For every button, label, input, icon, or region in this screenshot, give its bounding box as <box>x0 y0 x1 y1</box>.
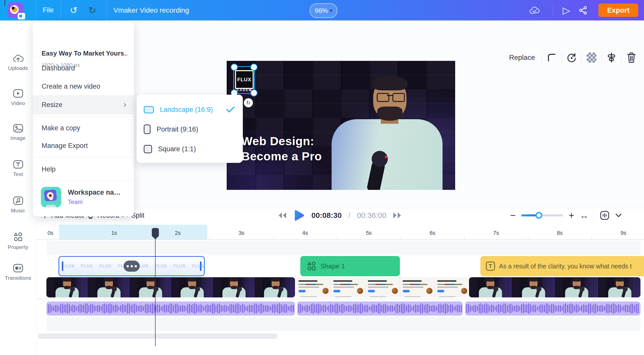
align-center-icon[interactable] <box>602 49 621 66</box>
current-time: 00:08:30 <box>311 211 342 220</box>
chevron-down-icon: ▾ <box>330 8 332 13</box>
workspace-item[interactable]: Workspace na… Team <box>41 187 121 207</box>
transitions-icon <box>13 264 23 272</box>
menu-item-make-a-copy[interactable]: Make a copy <box>33 120 134 136</box>
text-icon: T <box>486 262 495 271</box>
preview-play-icon[interactable]: ▷ <box>559 0 573 20</box>
selection-box[interactable] <box>233 66 255 94</box>
replace-button[interactable]: Replace <box>503 54 542 62</box>
menu-item-manage-export[interactable]: Manage Export <box>33 138 134 154</box>
fit-timeline-icon[interactable]: ↔ <box>580 211 588 220</box>
workspace-avatar <box>41 187 61 207</box>
rotate-handle[interactable]: ↻ <box>244 98 253 107</box>
transparency-icon[interactable] <box>582 49 601 66</box>
top-bar: File ↺ ↻ Vmaker Video recording 96% ▾ ▷ … <box>0 0 644 20</box>
delete-icon[interactable] <box>622 49 641 66</box>
landscape-ratio-icon <box>144 106 154 113</box>
resize-handle-nw[interactable] <box>231 64 238 71</box>
play-button[interactable] <box>293 209 305 222</box>
sidebar-item-music[interactable]: Music <box>0 196 36 214</box>
timeline-ruler[interactable]: 0s1s2s3s4s5s6s7s8s9s <box>36 224 644 240</box>
clip-options-icon[interactable] <box>124 261 140 272</box>
ruler-label: 5s <box>361 230 376 236</box>
timeline-zoom-controls: − + ↔ <box>510 208 622 223</box>
vmaker-logo[interactable] <box>8 2 23 18</box>
playhead-line <box>155 239 156 346</box>
video-clip-2[interactable] <box>296 277 468 297</box>
trim-handle-left[interactable] <box>62 261 63 271</box>
empty-track-top <box>46 241 640 255</box>
track-height-icon[interactable] <box>600 210 610 220</box>
ruler-label: 7s <box>489 230 504 236</box>
zoom-in-icon[interactable]: + <box>569 211 574 220</box>
timeline-zoom-slider[interactable] <box>521 214 563 216</box>
cloud-check-icon[interactable] <box>528 0 542 20</box>
export-button[interactable]: Export <box>598 4 638 17</box>
rotate-icon[interactable] <box>562 49 581 66</box>
menu-item-create-a-new-video[interactable]: Create a new video <box>33 78 134 94</box>
audio-waveform <box>297 301 463 316</box>
collapse-timeline-icon[interactable] <box>615 213 622 218</box>
resize-handle-se[interactable] <box>250 89 257 96</box>
menu-item-dashboard[interactable]: Dashboard <box>33 60 134 76</box>
shapes-icon <box>307 261 316 271</box>
check-icon <box>226 106 235 113</box>
sidebar-item-uploads[interactable]: Uploads <box>0 54 36 71</box>
video-preview[interactable]: Web Design: Become a Pro FLUX CADEM ↻ <box>227 61 455 190</box>
ruler-label: 2s <box>170 230 185 236</box>
fast-forward-icon[interactable] <box>393 212 401 219</box>
total-duration: 00:36:00 <box>357 211 386 220</box>
shapes-icon <box>13 232 23 242</box>
document-name: Easy Way To Market Yours… <box>42 49 127 57</box>
corner-radius-icon[interactable] <box>542 49 562 66</box>
slider-knob[interactable] <box>535 212 542 219</box>
sidebar-item-property[interactable]: Property <box>0 232 36 250</box>
audio-waveform <box>465 301 640 316</box>
vmaker-editor: File ↺ ↻ Vmaker Video recording 96% ▾ ▷ … <box>0 0 644 355</box>
audio-clip-2[interactable] <box>297 301 463 316</box>
portrait-ratio-icon <box>144 124 151 134</box>
video-clip-3[interactable] <box>469 277 640 297</box>
video-icon <box>13 89 23 98</box>
ruler-label: 3s <box>234 230 249 236</box>
presenter <box>329 79 448 190</box>
video-clip-1[interactable] <box>46 277 295 297</box>
trim-handle-right[interactable] <box>200 261 201 271</box>
menu-item-help[interactable]: Help <box>33 161 134 177</box>
sidebar-item-text[interactable]: Text <box>0 160 36 177</box>
sidebar-item-transitions[interactable]: Transitions <box>0 264 36 281</box>
asset-sidebar: UploadsVideoImageTextMusicPropertyTransi… <box>0 20 36 355</box>
zoom-out-icon[interactable]: − <box>510 211 516 220</box>
timeline-scrollbar[interactable] <box>38 334 277 339</box>
share-icon[interactable] <box>576 0 590 20</box>
project-title[interactable]: Vmaker Video recording <box>113 0 189 20</box>
ruler-label: 8s <box>552 230 567 236</box>
empty-track-bottom <box>46 317 640 331</box>
resize-submenu: Landscape (16:9)Portrait (9:16)Square (1… <box>137 95 243 163</box>
image-icon <box>13 124 23 133</box>
text-clip[interactable]: T As a result of the clarity, you know w… <box>480 256 644 276</box>
audio-clip-1[interactable] <box>46 301 295 316</box>
resize-handle-ne[interactable] <box>250 64 257 71</box>
audio-waveform <box>46 301 295 316</box>
logo-clip-selected[interactable]: FLUXFLUXFLUXFLUXFLUXFLUXFLUXFLUX <box>58 256 205 276</box>
chevron-right-icon: › <box>124 99 126 109</box>
sidebar-item-video[interactable]: Video <box>0 89 36 106</box>
menu-item-resize[interactable]: Resize› <box>33 95 134 115</box>
timeline-panel: Add Media Record ✂ Split 00:08:30 / <box>36 208 644 355</box>
resize-option-landscape-16-9[interactable]: Landscape (16:9) <box>137 100 243 119</box>
resize-option-square-1-1[interactable]: Square (1:1) <box>137 139 243 159</box>
audio-clip-3[interactable] <box>465 301 640 316</box>
ruler-label: 4s <box>298 230 313 236</box>
sidebar-item-image[interactable]: Image <box>0 124 36 141</box>
undo-icon[interactable]: ↺ <box>66 0 81 20</box>
file-menu: Easy Way To Market Yours… 1920 × 1080 px… <box>33 21 134 216</box>
resize-option-portrait-9-16[interactable]: Portrait (9:16) <box>137 119 243 139</box>
transport-controls: 00:08:30 / 00:36:00 <box>278 208 401 223</box>
file-menu-button[interactable]: File <box>39 0 57 20</box>
shape-clip[interactable]: Shape 1 <box>300 256 400 276</box>
logo-antenna-icon <box>5 0 8 6</box>
rewind-icon[interactable] <box>278 212 287 219</box>
zoom-level-dropdown[interactable]: 96% ▾ <box>310 3 337 18</box>
redo-icon[interactable]: ↻ <box>85 0 100 20</box>
